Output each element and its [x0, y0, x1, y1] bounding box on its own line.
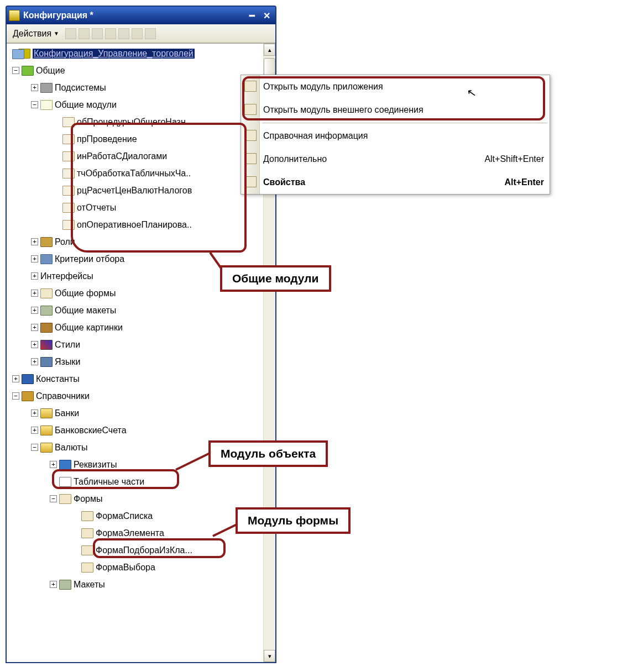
menu-item-open-app-module[interactable]: Открыть модуль приложения [241, 75, 550, 98]
expand-toggle[interactable]: + [31, 290, 38, 297]
expand-toggle[interactable]: + [31, 427, 38, 434]
expand-toggle[interactable]: + [31, 324, 38, 331]
tree-module-item[interactable]: тчОбработкаТабличныхЧа.. [7, 165, 263, 182]
expand-toggle[interactable]: − [50, 495, 57, 502]
form-icon [81, 528, 93, 538]
module-icon [62, 169, 75, 179]
form-icon [81, 563, 93, 573]
tabular-icon [59, 477, 71, 487]
catalogs-icon [22, 391, 34, 401]
expand-toggle[interactable]: + [31, 358, 38, 365]
module-icon [62, 151, 75, 161]
chevron-down-icon: ▼ [54, 30, 59, 36]
tree-banks[interactable]: +Банки [7, 405, 263, 422]
style-icon [40, 340, 53, 350]
menu-item-additional[interactable]: Дополнительно Alt+Shift+Enter [241, 148, 550, 171]
callout-label-object-module: Модуль объекта [208, 440, 328, 467]
modules-icon [40, 100, 53, 110]
expand-toggle[interactable]: + [50, 581, 57, 588]
help-icon [244, 130, 257, 141]
module-icon [244, 104, 257, 115]
tree-bank-accounts[interactable]: +БанковскиеСчета [7, 422, 263, 439]
tree-form-item[interactable]: ФормаЭлемента [7, 524, 263, 542]
subsystems-icon [40, 83, 53, 93]
expand-toggle[interactable]: + [31, 255, 38, 262]
tree-tabular[interactable]: Табличные части [7, 473, 263, 490]
toolbar-icon-3[interactable] [92, 28, 103, 39]
folder-icon [40, 443, 53, 453]
expand-toggle[interactable]: − [12, 67, 19, 74]
actions-menu-button[interactable]: Действия ▼ [9, 27, 63, 40]
content-area: Конфигурация_Управление_торговлей − Общи… [7, 43, 275, 662]
tree-layouts[interactable]: +Макеты [7, 576, 263, 593]
tree-module-item[interactable]: отОтчеты [7, 199, 263, 216]
tree-styles[interactable]: +Стили [7, 336, 263, 353]
menu-item-properties[interactable]: Свойства Alt+Enter [241, 171, 550, 194]
toolbar-icon-sort[interactable] [132, 28, 143, 39]
tree-form-item[interactable]: ФормаПодбораИзКла... [7, 542, 263, 559]
tree-constants[interactable]: +Константы [7, 370, 263, 387]
folder-icon [40, 408, 53, 418]
toolbar-icon-1[interactable] [65, 28, 76, 39]
tree-form-item[interactable]: ФормаСписка [7, 507, 263, 524]
toolbar-icon-up[interactable] [105, 28, 116, 39]
tree-roles[interactable]: +Роли [7, 233, 263, 250]
tree-languages[interactable]: +Языки [7, 353, 263, 370]
tree-common-modules[interactable]: − Общие модули [7, 96, 263, 113]
config-tree[interactable]: Конфигурация_Управление_торговлей − Общи… [7, 44, 263, 662]
tree-common-layouts[interactable]: +Общие макеты [7, 302, 263, 319]
properties-icon [244, 176, 257, 187]
scroll-up-button[interactable]: ▴ [264, 44, 275, 56]
tree-root[interactable]: Конфигурация_Управление_торговлей [7, 45, 263, 62]
minimize-button[interactable]: ━ [245, 9, 259, 22]
expand-toggle[interactable]: + [31, 307, 38, 314]
callout-label-form-module: Модуль формы [236, 507, 351, 534]
language-icon [40, 357, 53, 367]
expand-toggle[interactable]: + [31, 84, 38, 91]
tree-common-pictures[interactable]: +Общие картинки [7, 319, 263, 336]
form-icon [59, 494, 71, 504]
app-icon [9, 10, 20, 21]
tree-module-item[interactable]: рцРасчетЦенВалютНалогов [7, 182, 263, 199]
expand-toggle[interactable]: − [31, 101, 38, 108]
module-icon [62, 186, 75, 196]
tree-common[interactable]: − Общие [7, 62, 263, 79]
toolbar-icon-filter[interactable] [145, 28, 156, 39]
tree-module-item[interactable]: опОперативноеПланирова.. [7, 216, 263, 233]
expand-toggle[interactable]: + [50, 461, 57, 468]
menu-item-open-ext-module[interactable]: Открыть модуль внешнего соединения [241, 98, 550, 122]
tree-catalogs[interactable]: −Справочники [7, 387, 263, 405]
scroll-track[interactable] [264, 141, 275, 650]
tree-module-item[interactable]: прПроведение [7, 130, 263, 148]
window-title: Конфигурация * [23, 11, 244, 20]
expand-toggle[interactable]: + [12, 375, 19, 382]
toolbar: Действия ▼ [7, 24, 275, 43]
tree-forms[interactable]: −Формы [7, 490, 263, 507]
toolbar-icon-2[interactable] [79, 28, 90, 39]
module-icon [62, 220, 75, 230]
tree-module-item[interactable]: обПроцедурыОбщегоНазн.. [7, 113, 263, 130]
filter-icon [40, 254, 53, 264]
close-button[interactable]: ✕ [260, 9, 273, 22]
expand-toggle[interactable]: − [31, 444, 38, 451]
layout-icon [40, 306, 53, 316]
callout-label-common-modules: Общие модули [220, 265, 331, 292]
form-icon [40, 288, 53, 298]
expand-toggle[interactable]: − [12, 392, 19, 400]
expand-toggle[interactable]: + [31, 341, 38, 348]
titlebar[interactable]: Конфигурация * ━ ✕ [7, 7, 275, 24]
expand-toggle[interactable]: + [31, 238, 38, 245]
expand-toggle[interactable]: + [31, 410, 38, 417]
toolbar-icon-down[interactable] [118, 28, 129, 39]
module-icon [62, 117, 75, 127]
scroll-down-button[interactable]: ▾ [264, 650, 275, 662]
tree-form-item[interactable]: ФормаВыбора [7, 559, 263, 576]
layout-icon [59, 580, 71, 590]
tree-subsystems[interactable]: + Подсистемы [7, 79, 263, 96]
expand-toggle[interactable]: + [31, 272, 38, 280]
module-icon [244, 81, 257, 92]
tree-module-item[interactable]: инРаботаСДиалогами [7, 148, 263, 165]
menu-item-help[interactable]: Справочная информация [241, 124, 550, 148]
menu-separator [262, 123, 547, 123]
context-menu: Открыть модуль приложения Открыть модуль… [240, 75, 550, 195]
